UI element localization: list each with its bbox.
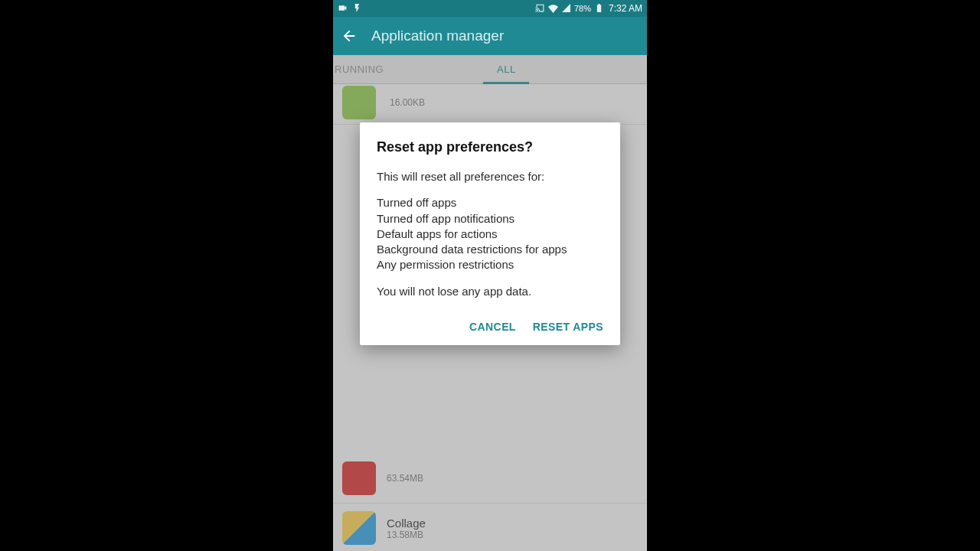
dialog-footer: You will not lose any app data. — [377, 284, 603, 299]
app-size: 16.00KB — [390, 97, 425, 108]
list-item[interactable]: 63.54MB — [333, 454, 647, 504]
status-bar: 78% 7:32 AM — [333, 0, 647, 17]
tab-spacer — [584, 55, 647, 83]
clock-text: 7:32 AM — [609, 3, 642, 14]
back-button[interactable] — [341, 28, 358, 44]
cast-icon — [535, 3, 545, 15]
dialog-intro: This will reset all preferences for: — [377, 169, 603, 184]
bolt-icon — [352, 3, 362, 15]
tab-running[interactable]: RUNNING — [333, 55, 428, 83]
app-icon — [342, 511, 376, 545]
app-size: 13.58MB — [387, 530, 426, 540]
dialog-body: This will reset all preferences for: Tur… — [377, 169, 603, 299]
reset-apps-button[interactable]: RESET APPS — [533, 321, 603, 333]
dialog-list: Turned off apps Turned off app notificat… — [377, 195, 603, 272]
dialog-list-item: Any permission restrictions — [377, 257, 603, 272]
app-name: Collage — [387, 517, 426, 530]
page-title: Application manager — [371, 28, 504, 44]
list-item[interactable]: 16.00KB — [333, 84, 647, 125]
tabs: RUNNING ALL — [333, 55, 647, 84]
dialog-list-item: Background data restrictions for apps — [377, 242, 603, 257]
app-icon — [342, 461, 376, 495]
cancel-button[interactable]: CANCEL — [469, 321, 516, 333]
dialog-actions: CANCEL RESET APPS — [377, 316, 603, 337]
battery-icon — [594, 3, 604, 15]
battery-percent: 78% — [574, 4, 591, 13]
reset-dialog: Reset app preferences? This will reset a… — [360, 122, 620, 345]
dialog-list-item: Default apps for actions — [377, 227, 603, 242]
dialog-title: Reset app preferences? — [377, 139, 603, 155]
wifi-icon — [548, 3, 558, 15]
signal-icon — [561, 3, 571, 15]
list-item[interactable]: Collage 13.58MB — [333, 504, 647, 551]
app-size: 63.54MB — [387, 473, 423, 484]
android-icon — [342, 86, 376, 119]
video-icon — [338, 3, 348, 15]
app-bar: Application manager — [333, 17, 647, 55]
dialog-list-item: Turned off app notifications — [377, 211, 603, 227]
dialog-list-item: Turned off apps — [377, 195, 603, 210]
tab-all[interactable]: ALL — [428, 55, 584, 83]
